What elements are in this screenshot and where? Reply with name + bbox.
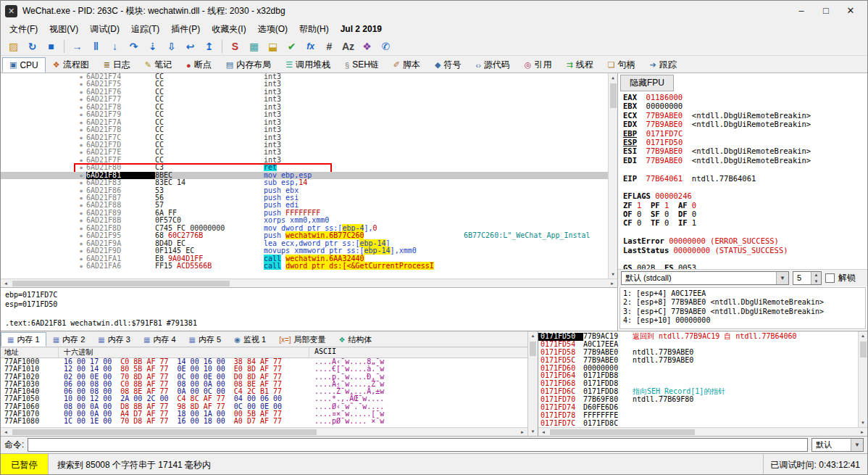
breakpoint-dot-icon[interactable]: ●: [76, 217, 86, 224]
help-icon[interactable]: ✆: [377, 38, 395, 54]
breakpoint-dot-icon[interactable]: ●: [76, 202, 86, 209]
breakpoint-dot-icon[interactable]: ●: [76, 194, 86, 202]
chevron-down-icon[interactable]: ▼: [851, 439, 863, 451]
register-line[interactable]: [623, 183, 862, 191]
scroll-left-icon[interactable]: ◄: [1, 281, 11, 286]
register-line[interactable]: ESI 77B9ABE0 <ntdll.DbgUiRemoteBreakin>: [623, 146, 862, 155]
patches-icon[interactable]: ✔: [283, 38, 301, 54]
tab-cpu[interactable]: ▣CPU: [2, 57, 46, 73]
tab-dump-5[interactable]: ▦内存 5: [183, 332, 228, 347]
breakpoint-dot-icon[interactable]: ●: [76, 225, 86, 232]
tab-trace[interactable]: ➔跟踪: [643, 57, 684, 73]
breakpoint-dot-icon[interactable]: ●: [76, 73, 86, 80]
register-line[interactable]: LastError 00000000 (ERROR_SUCCESS): [623, 236, 862, 245]
scroll-up-icon[interactable]: ▲: [861, 331, 865, 340]
scylla-icon[interactable]: S: [226, 38, 244, 54]
breakpoint-dot-icon[interactable]: ●: [76, 149, 86, 156]
breakpoint-dot-icon[interactable]: ●: [76, 172, 86, 179]
register-line[interactable]: GS 002B FS 0053: [623, 263, 862, 269]
menu-item[interactable]: 选项(O): [252, 22, 293, 37]
step-over-icon[interactable]: ↷: [125, 38, 143, 54]
menu-item[interactable]: 收藏夹(I): [206, 22, 251, 37]
assemble-icon[interactable]: Az: [339, 38, 357, 54]
scroll-down-icon[interactable]: ▼: [612, 270, 614, 278]
menu-item[interactable]: 视图(V): [43, 22, 84, 37]
step-into-icon[interactable]: ↓: [106, 38, 124, 54]
register-line[interactable]: EIP 77B64061 ntdll.77B64061: [623, 174, 862, 183]
dump-vertical-scrollbar[interactable]: ▲ ▼: [527, 331, 538, 436]
save-database-icon[interactable]: ⬓: [264, 38, 282, 54]
scrollbar-thumb[interactable]: [12, 281, 230, 286]
breakpoint-dot-icon[interactable]: ●: [76, 119, 86, 126]
stack-row[interactable]: 0171FD5C77B9ABE0ntdll.77B9ABE0: [538, 357, 858, 365]
pause-icon[interactable]: ‖: [87, 38, 105, 54]
register-line[interactable]: [623, 228, 862, 236]
breakpoint-dot-icon[interactable]: ●: [76, 157, 86, 164]
menu-item[interactable]: 调试(D): [84, 22, 125, 37]
scrollbar-thumb[interactable]: [12, 429, 317, 435]
dump-horizontal-scrollbar[interactable]: ◄ ►: [1, 427, 527, 436]
tab-struct[interactable]: ❖结构体: [333, 332, 379, 347]
register-line[interactable]: EAX 01186000: [623, 93, 862, 102]
breakpoint-dot-icon[interactable]: ●: [76, 126, 86, 133]
command-mode-select[interactable]: 默认 ▼: [811, 438, 864, 452]
hide-fpu-button[interactable]: 隐藏FPU: [620, 75, 674, 91]
trace-over-icon[interactable]: ⇩: [162, 38, 180, 54]
tab-dump-2[interactable]: ▦内存 2: [46, 332, 92, 347]
tab-source[interactable]: ‹›源代码: [469, 57, 517, 73]
chevron-down-icon[interactable]: ▼: [776, 272, 788, 284]
scrollbar-thumb[interactable]: [610, 83, 617, 108]
register-line[interactable]: [623, 165, 862, 173]
menu-item[interactable]: 插件(P): [165, 22, 206, 37]
breakpoint-dot-icon[interactable]: ●: [76, 187, 86, 194]
stop-icon[interactable]: ■: [42, 38, 60, 54]
disasm-row[interactable]: ●6AD21F9D0F1145 ECmovups xmmword ptr ss:…: [1, 247, 608, 255]
tab-script[interactable]: ✐脚本: [386, 57, 427, 73]
tab-seh[interactable]: §SEH链: [338, 57, 386, 73]
tab-log[interactable]: ≣日志: [96, 57, 138, 73]
breakpoint-dot-icon[interactable]: ●: [76, 164, 86, 171]
unlock-checkbox[interactable]: [825, 273, 835, 283]
tab-call-stack[interactable]: ☰调用堆栈: [278, 57, 338, 73]
register-line[interactable]: EFLAGS 00000246: [623, 191, 862, 200]
stack-row[interactable]: 0171FD7C0171FD8C: [538, 420, 858, 427]
breakpoint-dot-icon[interactable]: ●: [76, 96, 86, 103]
scrollbar-thumb[interactable]: [530, 342, 536, 356]
scroll-down-icon[interactable]: ▼: [861, 418, 865, 427]
disasm-row[interactable]: ●6AD21F7BCCint3: [1, 126, 608, 133]
scroll-up-icon[interactable]: ▲: [612, 73, 614, 82]
register-line[interactable]: ECX 77B9ABE0 <ntdll.DbgUiRemoteBreakin>: [623, 111, 862, 120]
run-to-return-icon[interactable]: ↩: [181, 38, 199, 54]
scroll-right-icon[interactable]: ►: [857, 430, 867, 434]
scrollbar-thumb[interactable]: [550, 429, 695, 435]
tab-threads[interactable]: ⇉线程: [559, 57, 600, 73]
breakpoint-dot-icon[interactable]: ●: [76, 240, 86, 247]
register-line[interactable]: EDX 77B9ABE0 <ntdll.DbgUiRemoteBreakin>: [623, 120, 862, 128]
tab-notes[interactable]: ✎笔记: [138, 57, 179, 73]
scroll-left-icon[interactable]: ◄: [538, 430, 548, 434]
argument-count-stepper[interactable]: 5 ▲▼: [793, 271, 822, 285]
breakpoint-dot-icon[interactable]: ●: [76, 88, 86, 96]
scrollbar-thumb[interactable]: [860, 342, 867, 358]
spin-up-icon[interactable]: ▲: [811, 272, 821, 278]
breakpoint-dot-icon[interactable]: ●: [76, 210, 86, 217]
tab-memory-map[interactable]: ▤内存布局: [219, 57, 278, 73]
register-line[interactable]: EBP 0171FD7C: [623, 129, 862, 138]
register-line[interactable]: EBX 00000000: [623, 102, 862, 110]
disassembly-vertical-scrollbar[interactable]: ▲ ▼: [608, 73, 617, 278]
argument-line[interactable]: 3: [esp+C] 77B9ABE0 <ntdll.DbgUiRemoteBr…: [623, 307, 862, 316]
tab-dump-1[interactable]: ▦内存 1: [1, 332, 46, 347]
breakpoint-dot-icon[interactable]: ●: [76, 80, 86, 88]
register-line[interactable]: ZF 1 PF 1 AF 0: [623, 201, 862, 210]
run-to-user-code-icon[interactable]: ↥: [200, 38, 218, 54]
register-line[interactable]: LastStatus 00000000 (STATUS_SUCCESS): [623, 246, 862, 255]
tab-dump-4[interactable]: ▦内存 4: [137, 332, 183, 347]
memory-dump-icon[interactable]: ▦: [245, 38, 263, 54]
tab-watch-1[interactable]: ◉监视 1: [228, 332, 272, 347]
tab-dump-3[interactable]: ▦内存 3: [91, 332, 137, 347]
register-line[interactable]: [623, 255, 862, 263]
menu-item[interactable]: 追踪(T): [125, 22, 165, 37]
trace-into-icon[interactable]: ⇣: [143, 38, 162, 54]
argument-line[interactable]: 4: [esp+10] 00000000: [623, 316, 862, 325]
minimize-button[interactable]: –: [789, 2, 814, 20]
